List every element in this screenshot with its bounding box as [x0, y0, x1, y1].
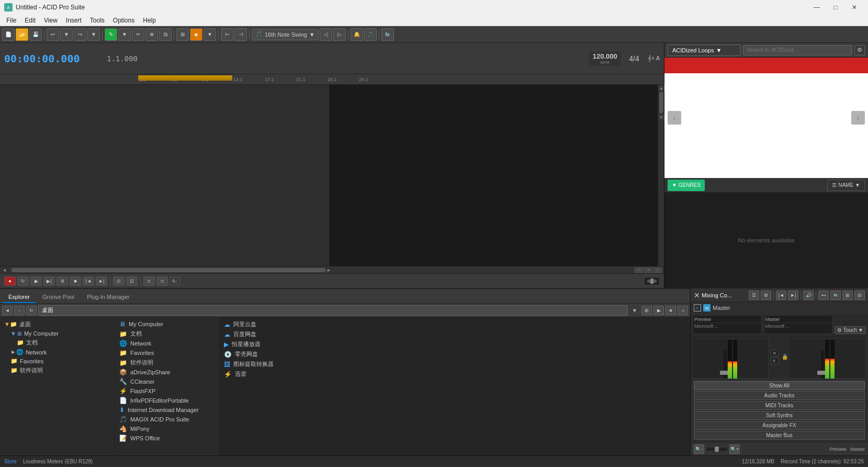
file-wps[interactable]: 📝 WPS Office [117, 433, 217, 443]
explorer-details[interactable]: ⊞ [641, 306, 652, 315]
event-mode[interactable]: ⊡ [126, 276, 138, 286]
hscroll-thumb[interactable] [12, 268, 325, 272]
pause-button[interactable]: ⏸ [57, 276, 68, 286]
track-height-slider[interactable] [644, 277, 660, 285]
mix-bus-btn[interactable]: ⊷ [818, 291, 829, 300]
genres-button[interactable]: ▼ GENRES [668, 180, 705, 191]
master-bus-filter[interactable]: Master Bus [694, 431, 865, 440]
undo-dropdown[interactable]: ▼ [60, 28, 73, 41]
menu-file[interactable]: File [2, 16, 20, 25]
explorer-refresh[interactable]: ↻ [26, 306, 37, 315]
draw-dropdown[interactable]: ▼ [118, 28, 131, 41]
menu-tools[interactable]: Tools [86, 16, 109, 25]
master-checkbox[interactable]: ✓ [694, 304, 701, 312]
menu-help[interactable]: Help [139, 16, 160, 25]
mixing-close[interactable]: ✕ [694, 291, 700, 299]
open-button[interactable]: 📂 [16, 28, 28, 41]
tab-groove-pool[interactable]: Groove Pool [36, 292, 81, 303]
file-mipony[interactable]: 🐴 MiPony [117, 424, 217, 433]
acid-prev-button[interactable]: ‹ [668, 111, 681, 125]
loop-btn[interactable]: ◈ [190, 28, 202, 41]
tab-plugin-manager[interactable]: Plug-In Manager [81, 292, 136, 303]
scroll-up[interactable]: ▲ [658, 85, 664, 91]
touch-mode-dropdown[interactable]: ⚙ Touch ▼ [835, 326, 866, 334]
zoom-out[interactable]: − [653, 268, 662, 273]
explorer-back[interactable]: ◄ [2, 306, 13, 315]
soft-synths-filter[interactable]: Soft Synths [694, 411, 865, 420]
menu-options[interactable]: Options [109, 16, 139, 25]
path-input[interactable] [38, 305, 628, 316]
loop-toggle[interactable]: ↻ [17, 276, 29, 286]
record-button[interactable]: ● [4, 276, 16, 286]
tree-favorites[interactable]: 📁 Favorites [2, 357, 112, 365]
file-tubiao[interactable]: 🖼 图标提取转换器 [222, 359, 688, 369]
file-idm[interactable]: ⬇ Internet Download Manager [117, 405, 217, 415]
fx-route-btn-1[interactable]: fx [771, 350, 778, 357]
loop-marker[interactable] [138, 75, 232, 81]
menu-view[interactable]: View [40, 16, 62, 25]
swing-plus[interactable]: ▷ [333, 28, 346, 41]
fx-btn-toolbar[interactable]: fx [381, 28, 394, 41]
tree-network[interactable]: ►🌐 Network [2, 348, 112, 357]
mix-prev-btn[interactable]: |◄ [776, 291, 786, 300]
file-baidu[interactable]: ☁ 百度网盘 [222, 329, 688, 339]
minimize-button[interactable]: — [807, 0, 826, 15]
mix-fx-btn[interactable]: fx [830, 291, 841, 300]
mix-next-btn[interactable]: ►| [788, 291, 798, 300]
tree-mycomputer[interactable]: ▼🖥 My Computer [2, 329, 112, 338]
redo-dropdown[interactable]: ▼ [87, 28, 100, 41]
file-ccleaner[interactable]: 🔧 CCleaner [117, 377, 217, 386]
count-in[interactable]: 5↓ [170, 277, 180, 285]
punch-options[interactable]: ⊃ [156, 276, 168, 286]
file-xunlei[interactable]: ⚡ 迅雷 [222, 369, 688, 379]
punch-in[interactable]: ⊂ [143, 276, 155, 286]
tree-software[interactable]: 📁 软件说明 [2, 365, 112, 375]
explorer-preview-toggle[interactable]: ▶ [653, 306, 664, 315]
file-documents[interactable]: 📁 文档 [117, 329, 217, 339]
play-button[interactable]: ▶ [30, 276, 42, 286]
zoom-in[interactable]: + [644, 268, 652, 273]
file-alyun[interactable]: ☁ 阿里云盘 [222, 319, 688, 329]
assignable-fx-filter[interactable]: Assignable FX [694, 421, 865, 430]
file-network[interactable]: 🌐 Network [117, 339, 217, 348]
mix-zoom-in[interactable]: 🔍+ [729, 444, 740, 454]
mix-menu-btn[interactable]: ☰ [749, 291, 759, 300]
redo-btn[interactable]: ↪ [74, 28, 86, 41]
explorer-autoplay[interactable]: ♫ [678, 306, 688, 315]
cut-btn[interactable]: ✂ [132, 28, 144, 41]
maximize-button[interactable]: □ [826, 0, 845, 15]
mix-plugin-btn[interactable]: ⊞ [842, 291, 853, 300]
swing-minus[interactable]: ◁ [320, 28, 332, 41]
mix-io-btn[interactable]: ⊟ [854, 291, 865, 300]
menu-insert[interactable]: Insert [62, 16, 86, 25]
scroll-down[interactable]: ▼ [658, 114, 664, 120]
stop-button[interactable]: ■ [70, 276, 81, 286]
new-button[interactable]: 📄 [2, 28, 15, 41]
explorer-favorites[interactable]: ★ [666, 306, 676, 315]
glue-btn[interactable]: ⊣ [234, 28, 247, 41]
zoom-fit[interactable]: ↔ [635, 268, 643, 273]
snap-btn[interactable]: ⊞ [176, 28, 189, 41]
file-mycomputer[interactable]: 🖥 My Computer [117, 319, 217, 329]
path-dropdown[interactable]: ▼ [629, 305, 640, 316]
paste-btn[interactable]: ⧉ [159, 28, 172, 41]
loop-dropdown[interactable]: ▼ [204, 28, 216, 41]
audio-tracks-filter[interactable]: Audio Tracks [694, 391, 865, 400]
menu-edit[interactable]: Edit [20, 16, 40, 25]
close-button[interactable]: ✕ [845, 0, 864, 15]
vertical-scrollbar[interactable]: ▲ ▼ [658, 85, 664, 266]
file-favorites[interactable]: 📁 Favorites [117, 348, 217, 358]
explorer-up[interactable]: ↑ [14, 306, 25, 315]
fx-route-btn-2[interactable]: f/ [771, 358, 778, 364]
copy-btn[interactable]: ⊕ [145, 28, 158, 41]
tracks-canvas[interactable] [329, 85, 658, 266]
mix-zoom-out[interactable]: 🔍- [694, 444, 704, 454]
swing-dropdown[interactable]: 🎵 16th Note Swing ▼ [252, 29, 319, 40]
trim-btn[interactable]: ⊢ [221, 28, 233, 41]
scroll-thumb[interactable] [659, 92, 663, 113]
file-magix[interactable]: 🎵 MAGIX ACID Pro Suite [117, 415, 217, 424]
mix-settings-btn[interactable]: ⚙ [761, 291, 771, 300]
metronome-btn[interactable]: 🔔 [351, 28, 363, 41]
draw-btn[interactable]: ✎ [105, 28, 117, 41]
mix-vol-btn[interactable]: 🔊 [803, 291, 814, 300]
